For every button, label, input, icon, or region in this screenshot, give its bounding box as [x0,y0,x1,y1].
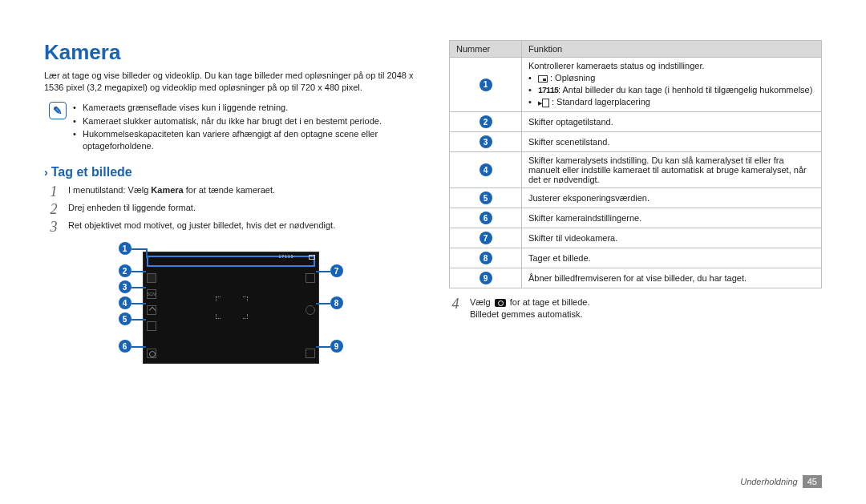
counter-icon: 17115 [538,87,558,95]
intro-text: Lær at tage og vise billeder og videokli… [44,70,417,94]
row-badge-8: 8 [480,252,492,264]
note-icon: ✎ [49,102,67,119]
callout-7: 7 [330,264,343,277]
cell-text: Skifter kameralysets indstilling. Du kan… [522,152,822,188]
step-1: 1 I menutilstand: Vælg Kamera for at tæn… [47,184,417,199]
row-badge-1: 1 [480,79,492,91]
section-heading: ›Tag et billede [44,165,417,179]
row-badge-4: 4 [480,163,492,176]
page-number: 45 [803,475,822,488]
cell-sub: : Standard lagerplacering [528,96,815,108]
cell-text: Skifter til videokamera. [522,228,822,248]
row-badge-7: 7 [480,232,492,244]
callout-5: 5 [119,312,132,325]
footer-section: Underholdning [740,477,798,486]
note-item: Hukommelseskapaciteten kan variere afhæn… [73,128,417,152]
cell-text: Justerer eksponeringsværdien. [522,188,822,208]
storage-icon [538,99,549,107]
callout-6: 6 [119,340,132,353]
cell-text: Skifter optagetilstand. [522,112,822,132]
callout-8: 8 [330,296,343,309]
cell-text: Åbner billedfremviseren for at vise bill… [522,268,822,288]
page-footer: Underholdning 45 [740,475,822,488]
function-table: Nummer Funktion 1 Kontrollerer kameraets… [449,40,822,288]
row-badge-2: 2 [480,115,492,128]
cell-text: Skifter scenetilstand. [522,132,822,152]
col-header-function: Funktion [522,41,822,58]
step-2: 2 Drej enheden til liggende format. [47,202,417,216]
callout-9: 9 [330,340,343,353]
note-item: Kameraets grænseflade vises kun i liggen… [73,102,417,114]
cell-sub: : Opløsning [528,72,815,84]
chevron-icon: › [44,166,48,179]
row-badge-9: 9 [480,272,492,284]
callout-4: 4 [119,296,132,309]
camera-icon [495,299,506,307]
callout-1: 1 [119,242,132,255]
row-badge-5: 5 [480,192,492,204]
callout-2: 2 [119,264,132,277]
cell-text: Kontrollerer kameraets status og indstil… [528,61,815,71]
row-badge-6: 6 [480,212,492,224]
step-3: 3 Ret objektivet mod motivet, og juster … [47,220,417,234]
step-4: 4 Vælg for at tage et billede. Billedet … [449,296,822,321]
cell-text: Tager et billede. [522,248,822,268]
camera-diagram: 17115 SCN 1 2 3 4 5 6 7 8 9 [95,244,367,380]
cell-text: Skifter kameraindstillingerne. [522,208,822,228]
col-header-number: Nummer [450,41,522,58]
row-badge-3: 3 [480,135,492,148]
page-title: Kamera [44,40,417,65]
cell-sub: 17115: Antal billeder du kan tage (i hen… [528,84,815,97]
note-item: Kameraet slukker automatisk, når du ikke… [73,115,417,127]
callout-3: 3 [119,280,132,293]
resolution-icon [538,75,548,83]
note-box: ✎ Kameraets grænseflade vises kun i ligg… [49,102,417,154]
